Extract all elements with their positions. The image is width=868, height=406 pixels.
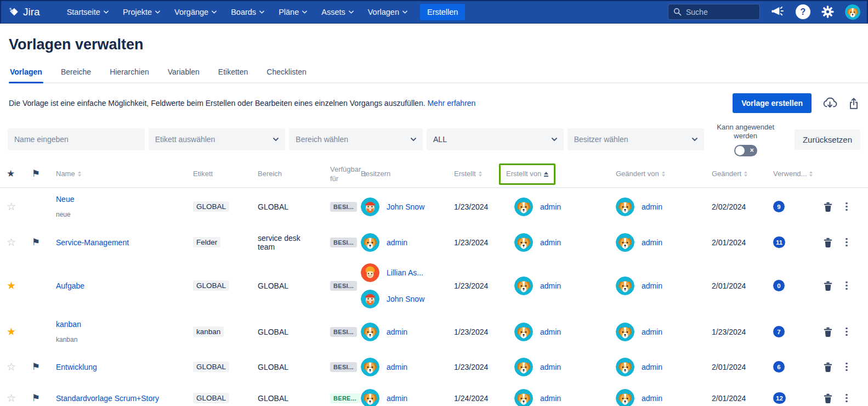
template-name-link[interactable]: kanban [56,320,193,329]
delete-button[interactable] [815,281,841,291]
erstellt-von-link[interactable]: admin [540,394,561,403]
favorite-star-icon[interactable]: ☆ [7,360,32,373]
erstellt-von-link[interactable]: admin [540,202,561,211]
tab-vorlagen[interactable]: Vorlagen [9,67,43,82]
nav-item-assets[interactable]: Assets [315,0,360,24]
more-menu-button[interactable] [841,360,861,374]
etikett-badge: Felder [193,237,220,247]
header-label: Geändert von [616,170,659,179]
favorite-star-icon[interactable]: ☆ [7,392,32,404]
header-geaendert-von[interactable]: Geändert von [616,170,712,179]
template-name-link[interactable]: Service-Management [56,238,193,247]
help-icon[interactable]: ? [796,4,810,19]
usage-count-badge: 12 [773,392,786,404]
tab-bereiche[interactable]: Bereiche [60,67,92,82]
flag-column-header[interactable]: ⚑ [32,168,56,180]
template-name-link[interactable]: Aufgabe [56,281,193,290]
geaendert-von-link[interactable]: admin [642,363,662,371]
nav-item-startseite[interactable]: Startseite [61,0,115,24]
header-label: Erstellt [454,170,476,179]
owner-link[interactable]: admin [387,328,407,336]
jira-logo[interactable]: Jira [8,6,40,18]
user-avatar[interactable] [845,4,860,20]
learn-more-link[interactable]: Mehr erfahren [427,99,475,108]
template-name-link[interactable]: Neue [56,195,193,204]
export-icon[interactable] [848,97,859,110]
nav-item-vorgaenge[interactable]: Vorgänge [168,0,223,24]
favorite-star-icon[interactable]: ★ [7,279,32,292]
tab-etiketten[interactable]: Etiketten [217,67,249,82]
label-filter-dropdown[interactable]: Etikett auswählen [149,128,286,150]
more-menu-button[interactable] [841,200,861,213]
nav-item-plaene[interactable]: Pläne [273,0,313,24]
create-button[interactable]: Erstellen [420,4,465,20]
flag-icon[interactable]: ⚑ [32,236,56,248]
favorite-star-icon[interactable]: ☆ [7,200,32,213]
star-column-header[interactable]: ★ [7,168,32,180]
owner-filter-dropdown[interactable]: Besitzer wählen [568,128,705,150]
header-verfuegbar-fuer[interactable]: Verfügbar für [330,165,361,184]
flag-icon[interactable]: ⚑ [32,392,56,404]
geaendert-von-link[interactable]: admin [642,202,662,211]
dog-avatar [616,323,634,341]
geaendert-von-link[interactable]: admin [642,394,662,403]
header-verwendet[interactable]: Verwend... [773,170,815,179]
name-filter-input[interactable] [8,128,145,150]
erstellt-von-link[interactable]: admin [540,238,561,247]
nav-item-vorlagen[interactable]: Vorlagen [362,0,413,24]
owner-link[interactable]: admin [387,394,407,403]
owner-link[interactable]: John Snow [387,295,424,303]
delete-button[interactable] [815,238,841,247]
table-header-row: ★ ⚑ Name Etikett Bereich Verfügbar für B… [0,162,868,188]
geaendert-von-link[interactable]: admin [642,328,662,336]
tab-hierarchien[interactable]: Hierarchien [109,67,150,82]
flag-icon[interactable]: ⚑ [32,361,56,373]
geaendert-von-link[interactable]: admin [642,238,662,247]
tab-checklisten[interactable]: Checklisten [265,67,307,82]
header-erstellt-von[interactable]: Erstellt von [506,163,616,185]
nav-item-projekte[interactable]: Projekte [117,0,166,24]
more-menu-button[interactable] [841,236,861,249]
search-input[interactable] [686,8,754,16]
template-name-link[interactable]: Entwicklung [56,363,193,371]
template-name-link[interactable]: Standardvorlage Scrum+Story [56,394,193,403]
owner-link[interactable]: admin [387,363,407,371]
erstellt-von-link[interactable]: admin [540,363,561,371]
announcement-icon[interactable] [771,5,785,18]
verfuegbar-badge: BESI... [330,238,357,247]
header-label: Besitzern [361,170,390,179]
more-menu-button[interactable] [841,279,861,292]
create-template-button[interactable]: Vorlage erstellen [733,93,812,113]
erstellt-von-link[interactable]: admin [540,281,561,290]
favorite-star-icon[interactable]: ☆ [7,236,32,249]
more-menu-button[interactable] [841,325,861,339]
dog-avatar [514,389,533,406]
owner-link[interactable]: John Snow [387,202,424,211]
owner-link[interactable]: Lillian As... [387,268,423,277]
erstellt-von-link[interactable]: admin [540,328,561,336]
type-filter-dropdown[interactable]: ALL [427,128,564,150]
favorite-star-icon[interactable]: ★ [7,325,32,338]
geaendert-von-link[interactable]: admin [642,281,662,290]
nav-item-boards[interactable]: Boards [225,0,270,24]
header-name[interactable]: Name [56,170,193,179]
header-geaendert[interactable]: Geändert [712,170,773,179]
delete-button[interactable] [815,327,841,337]
etikett-badge: GLOBAL [193,201,229,212]
header-erstellt[interactable]: Erstellt [454,170,506,179]
reset-filters-button[interactable]: Zurücksetzen [795,129,860,150]
cloud-download-icon[interactable] [822,97,837,110]
dog-avatar [361,323,379,341]
delete-button[interactable] [815,393,841,403]
delete-button[interactable] [815,202,841,212]
more-menu-button[interactable] [841,392,861,405]
top-navbar: Jira Startseite Projekte Vorgänge Boards… [0,0,868,24]
area-filter-dropdown[interactable]: Bereich wählen [289,128,423,150]
delete-button[interactable] [815,362,841,372]
tab-variablen[interactable]: Variablen [167,67,201,82]
chevron-down-icon [273,138,279,141]
owner-link[interactable]: admin [387,238,407,247]
can-apply-toggle[interactable]: × [734,145,757,156]
global-search[interactable] [668,4,760,20]
settings-icon[interactable] [821,5,834,18]
